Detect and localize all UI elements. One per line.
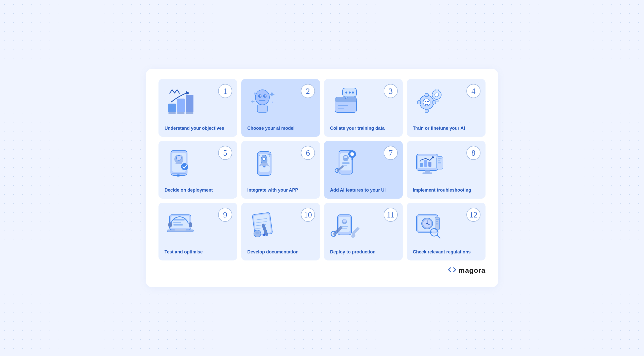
svg-point-21 (349, 92, 351, 94)
svg-point-34 (427, 101, 429, 102)
card-3[interactable]: 3 (324, 79, 403, 137)
card-icon-12 (413, 210, 446, 240)
svg-rect-12 (257, 105, 267, 112)
svg-rect-107 (436, 219, 439, 220)
card-label-3: Collate your training data (330, 125, 385, 131)
card-number-10: 10 (301, 208, 315, 222)
card-number-3: 3 (384, 84, 398, 98)
card-icon-10 (247, 210, 280, 240)
card-5[interactable]: 5 (158, 141, 237, 199)
card-7[interactable]: 7 (324, 141, 403, 199)
main-container: 1 (146, 69, 498, 287)
card-icon-3 (330, 86, 363, 116)
svg-point-6 (255, 90, 269, 105)
card-10[interactable]: 10 (241, 203, 320, 260)
card-label-6: Integrate with your APP (247, 187, 298, 193)
svg-rect-11 (259, 100, 265, 101)
logo-text: magora (459, 266, 486, 275)
svg-rect-0 (168, 104, 176, 112)
card-label-5: Decide on deployment (165, 187, 213, 193)
svg-point-105 (426, 223, 428, 224)
svg-rect-56 (351, 150, 353, 151)
svg-rect-96 (341, 226, 348, 227)
svg-rect-18 (338, 108, 344, 109)
svg-rect-27 (418, 101, 421, 104)
card-number-2: 2 (301, 84, 315, 98)
svg-rect-63 (425, 170, 430, 172)
svg-rect-70 (438, 158, 442, 159)
svg-point-20 (345, 92, 347, 94)
svg-rect-79 (173, 224, 183, 226)
svg-point-95 (343, 219, 346, 222)
svg-line-112 (437, 235, 440, 238)
card-number-5: 5 (218, 146, 232, 160)
logo-area: magora (158, 266, 486, 275)
card-1[interactable]: 1 (158, 79, 237, 137)
card-icon-4 (413, 86, 446, 116)
svg-rect-31 (435, 89, 438, 91)
card-label-4: Train or finetune your AI (413, 125, 465, 131)
svg-rect-26 (425, 109, 428, 112)
svg-rect-40 (172, 173, 186, 174)
card-number-7: 7 (384, 146, 398, 160)
card-11[interactable]: 11 (324, 203, 403, 260)
svg-rect-3 (168, 112, 176, 114)
svg-point-68 (432, 156, 434, 158)
svg-rect-52 (342, 162, 350, 164)
svg-rect-2 (186, 95, 193, 112)
svg-rect-5 (186, 112, 193, 114)
svg-rect-72 (438, 162, 441, 163)
card-label-9: Test and optimise (165, 249, 203, 255)
svg-rect-77 (173, 219, 185, 220)
svg-rect-67 (428, 162, 431, 167)
svg-rect-64 (422, 172, 432, 174)
svg-rect-1 (177, 99, 185, 112)
card-6[interactable]: 6 (241, 141, 320, 199)
svg-rect-76 (175, 229, 186, 231)
svg-rect-66 (424, 160, 427, 167)
card-label-1: Understand your objectives (165, 125, 224, 131)
svg-rect-25 (425, 94, 428, 97)
cards-grid: 1 (158, 79, 486, 260)
card-label-2: Choose your ai model (247, 125, 295, 131)
svg-rect-71 (438, 160, 440, 161)
card-icon-5 (165, 148, 197, 178)
svg-point-39 (181, 163, 188, 170)
card-number-11: 11 (384, 208, 398, 222)
card-number-1: 1 (218, 84, 232, 98)
card-2[interactable]: 2 (241, 79, 320, 137)
svg-rect-59 (355, 153, 356, 155)
svg-rect-57 (351, 158, 353, 160)
svg-point-91 (255, 232, 259, 234)
svg-point-10 (264, 95, 266, 97)
svg-point-33 (425, 101, 426, 102)
svg-rect-17 (338, 105, 348, 106)
svg-point-113 (432, 230, 436, 235)
card-12[interactable]: 12 (407, 203, 486, 260)
svg-point-41 (177, 174, 180, 177)
card-number-4: 4 (466, 84, 480, 98)
svg-point-45 (263, 158, 266, 161)
svg-point-30 (435, 93, 439, 97)
card-icon-6 (247, 148, 280, 178)
card-number-6: 6 (301, 146, 315, 160)
card-icon-7 (330, 148, 363, 178)
svg-point-55 (350, 152, 354, 156)
svg-rect-109 (436, 223, 438, 224)
card-4[interactable]: 4 (407, 79, 486, 137)
svg-rect-4 (177, 112, 185, 114)
svg-rect-32 (435, 100, 438, 102)
svg-rect-78 (173, 222, 181, 223)
svg-rect-108 (436, 221, 438, 222)
svg-point-22 (352, 92, 354, 94)
svg-rect-58 (348, 153, 349, 155)
card-icon-1 (165, 86, 197, 116)
logo-icon (448, 267, 456, 274)
card-number-8: 8 (466, 146, 480, 160)
svg-point-13 (254, 93, 256, 95)
svg-point-46 (259, 155, 260, 156)
svg-rect-80 (168, 222, 172, 227)
svg-point-38 (176, 155, 181, 160)
card-8[interactable]: 8 (407, 141, 486, 199)
card-9[interactable]: 9 (158, 203, 237, 260)
